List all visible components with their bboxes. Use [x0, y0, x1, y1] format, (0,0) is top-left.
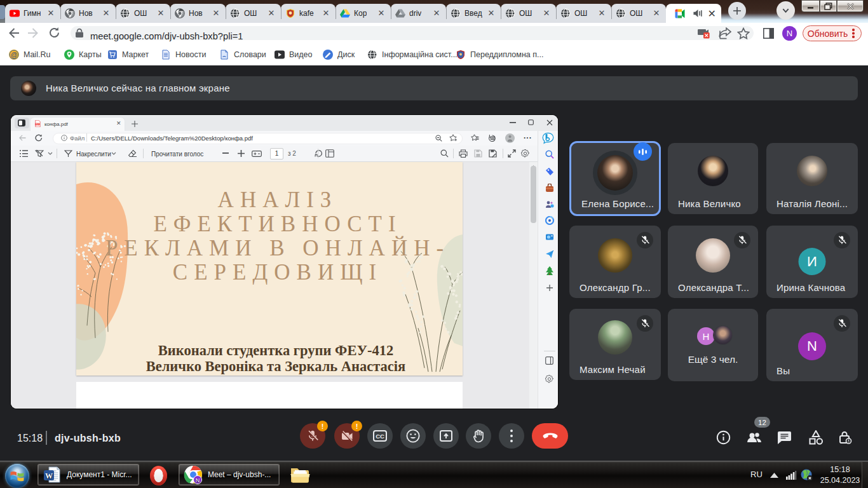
- svg-text:CC: CC: [376, 433, 384, 440]
- svg-text:N: N: [196, 477, 200, 484]
- svg-text:PDF: PDF: [36, 123, 39, 126]
- svg-text:W: W: [45, 471, 53, 480]
- svg-text:@: @: [11, 50, 18, 58]
